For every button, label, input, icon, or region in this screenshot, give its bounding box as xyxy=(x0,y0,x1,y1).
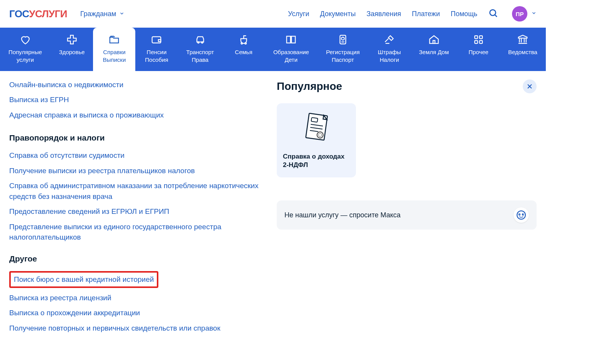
ask-max-text: Не нашли услугу — спросите Макса xyxy=(284,211,401,219)
category-label: ПенсииПособия xyxy=(145,48,168,64)
popular-title: Популярное xyxy=(277,80,342,93)
list-item[interactable]: Представление выписки из единого государ… xyxy=(9,222,261,243)
avatar-chevron-icon[interactable] xyxy=(531,10,537,17)
car-icon xyxy=(194,34,206,45)
category-agency[interactable]: Ведомства xyxy=(500,28,546,71)
category-stroller[interactable]: Семья xyxy=(223,28,265,71)
logo-gos: ГОС xyxy=(9,8,29,20)
svg-point-31 xyxy=(519,214,520,215)
section-title-other: Другое xyxy=(9,254,261,263)
search-icon[interactable] xyxy=(488,8,498,20)
heart-icon xyxy=(20,34,31,45)
passport-icon xyxy=(337,34,349,45)
category-house[interactable]: Земля Дом xyxy=(411,28,457,71)
wallet-icon xyxy=(151,34,162,45)
header: ГОСУСЛУГИ Гражданам Услуги Документы Зая… xyxy=(0,0,546,28)
category-heart[interactable]: Популярныеуслуги xyxy=(0,28,50,71)
category-book[interactable]: ОбразованиеДети xyxy=(265,28,317,71)
list-item-highlighted[interactable]: Поиск бюро с вашей кредитной историей xyxy=(9,271,158,288)
content: Онлайн-выписка о недвижимостиВыписка из … xyxy=(0,71,546,350)
category-gavel[interactable]: ШтрафыНалоги xyxy=(368,28,411,71)
chevron-down-icon xyxy=(119,10,125,18)
category-label: Прочее xyxy=(469,48,489,56)
svg-rect-14 xyxy=(479,36,482,39)
list-item[interactable]: Выписка из ЕГРН xyxy=(9,94,261,105)
left-column: Онлайн-выписка о недвижимостиВыписка из … xyxy=(9,79,261,338)
category-grid[interactable]: Прочее xyxy=(457,28,500,71)
right-column: Популярное xyxy=(277,79,537,338)
nav-services[interactable]: Услуги xyxy=(288,10,309,18)
logo-uslugi: УСЛУГИ xyxy=(29,8,67,20)
section-other-links: Поиск бюро с вашей кредитной историейВып… xyxy=(9,271,261,333)
list-item[interactable]: Получение повторных и первичных свидетел… xyxy=(9,323,261,334)
ask-max-bar[interactable]: Не нашли услугу — спросите Макса xyxy=(277,200,537,230)
category-health[interactable]: Здоровье xyxy=(50,28,93,71)
list-item[interactable]: Предоставление сведений из ЕГРЮЛ и ЕГРИП xyxy=(9,206,261,217)
category-wallet[interactable]: ПенсииПособия xyxy=(135,28,178,71)
category-passport[interactable]: РегистрацияПаспорт xyxy=(317,28,368,71)
nav-help[interactable]: Помощь xyxy=(450,10,477,18)
gavel-icon xyxy=(384,34,395,45)
agency-icon xyxy=(517,34,529,45)
nav-payments[interactable]: Платежи xyxy=(412,10,440,18)
intro-links: Онлайн-выписка о недвижимостиВыписка из … xyxy=(9,79,261,121)
svg-point-29 xyxy=(519,213,520,216)
list-item[interactable]: Онлайн-выписка о недвижимости xyxy=(9,79,261,90)
category-car[interactable]: ТранспортПрава xyxy=(178,28,222,71)
grid-icon xyxy=(473,34,484,45)
svg-rect-16 xyxy=(479,41,482,44)
svg-point-6 xyxy=(245,43,246,44)
section-law-links: Справка об отсутствии судимостиПолучение… xyxy=(9,150,261,243)
list-item[interactable]: Справка об отсутствии судимости xyxy=(9,150,261,161)
category-label: Ведомства xyxy=(508,48,537,56)
audience-dropdown[interactable]: Гражданам xyxy=(80,10,125,18)
svg-point-3 xyxy=(198,42,199,43)
svg-point-30 xyxy=(522,213,524,216)
audience-label: Гражданам xyxy=(80,10,116,18)
document-icon xyxy=(283,110,350,147)
robot-icon xyxy=(514,207,529,223)
svg-point-4 xyxy=(201,42,203,43)
svg-point-9 xyxy=(341,37,344,40)
category-label: ШтрафыНалоги xyxy=(378,48,401,64)
svg-line-1 xyxy=(495,15,497,17)
logo[interactable]: ГОСУСЛУГИ xyxy=(9,8,67,20)
category-label: ОбразованиеДети xyxy=(273,48,309,64)
category-label: Семья xyxy=(235,48,252,56)
svg-point-0 xyxy=(490,10,495,15)
svg-point-5 xyxy=(241,43,243,44)
popular-card[interactable]: Справка о доходах 2-НДФЛ xyxy=(277,103,356,178)
svg-rect-12 xyxy=(433,41,435,44)
svg-rect-15 xyxy=(475,41,478,44)
folder-icon xyxy=(108,34,120,45)
category-label: СправкиВыписки xyxy=(103,48,126,64)
nav-applications[interactable]: Заявления xyxy=(366,10,401,18)
popular-card-title: Справка о доходах 2-НДФЛ xyxy=(283,152,350,170)
popular-header: Популярное xyxy=(277,79,537,93)
list-item[interactable]: Адресная справка и выписка о проживающих xyxy=(9,110,261,121)
svg-point-32 xyxy=(523,214,524,215)
category-folder[interactable]: СправкиВыписки xyxy=(93,28,135,71)
list-item[interactable]: Выписка из реестра лицензий xyxy=(9,293,261,303)
category-label: Популярныеуслуги xyxy=(8,48,42,64)
category-label: РегистрацияПаспорт xyxy=(326,48,360,64)
book-icon xyxy=(285,34,297,45)
top-nav: Услуги Документы Заявления Платежи Помощ… xyxy=(288,10,477,18)
category-label: ТранспортПрава xyxy=(186,48,214,64)
category-label: Здоровье xyxy=(59,48,85,56)
category-label: Земля Дом xyxy=(419,48,449,56)
nav-documents[interactable]: Документы xyxy=(320,10,356,18)
list-item[interactable]: Справка об административном наказании за… xyxy=(9,180,261,202)
house-icon xyxy=(428,34,440,45)
list-item[interactable]: Получение выписки из реестра плательщико… xyxy=(9,165,261,176)
svg-rect-8 xyxy=(340,35,346,44)
health-icon xyxy=(66,34,78,45)
list-item[interactable]: Выписка о прохождении аккредитации xyxy=(9,308,261,318)
stroller-icon xyxy=(238,34,249,45)
close-icon[interactable] xyxy=(523,79,537,93)
category-bar: ПопулярныеуслугиЗдоровьеСправкиВыпискиПе… xyxy=(0,28,546,71)
avatar[interactable]: ПР xyxy=(512,6,527,22)
svg-rect-13 xyxy=(475,36,478,39)
section-title-law: Правопорядок и налоги xyxy=(9,133,261,142)
avatar-initials: ПР xyxy=(516,11,524,17)
